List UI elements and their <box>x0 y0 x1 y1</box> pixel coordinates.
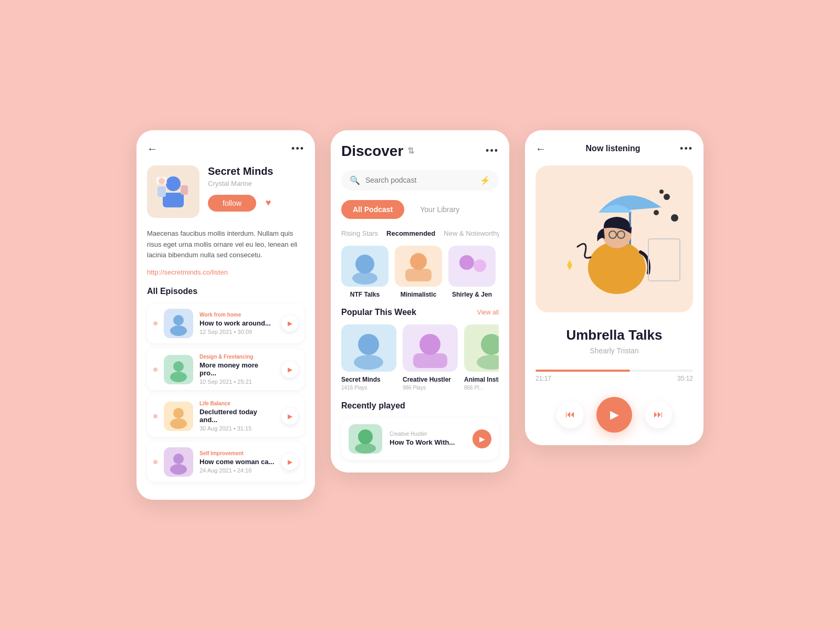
recently-played-category: Creative Hustler <box>390 431 465 437</box>
progress-container: 21:17 35:12 <box>536 370 693 382</box>
episode-item: Work from home How to work around... 12 … <box>147 303 304 343</box>
svg-point-32 <box>659 190 664 194</box>
heart-button[interactable]: ♥ <box>266 197 271 208</box>
rewind-button[interactable]: ⏮ <box>556 401 584 428</box>
svg-point-27 <box>358 429 373 444</box>
episode-category: Self Improvement <box>200 450 275 456</box>
episode-title: More money more pro... <box>200 361 275 377</box>
progress-bar-fill[interactable] <box>536 370 630 372</box>
svg-point-31 <box>671 214 678 222</box>
play-icon: ▶ <box>610 408 619 422</box>
svg-point-12 <box>173 454 184 464</box>
discover-title-text: Discover <box>341 143 403 160</box>
back-button[interactable]: ← <box>536 143 546 155</box>
category-tabs: Rising Stars Recommended New & Noteworth… <box>341 229 499 237</box>
popular-plays: 866 Pl... <box>464 385 499 391</box>
svg-point-28 <box>355 443 376 454</box>
svg-point-19 <box>474 259 486 272</box>
svg-point-0 <box>166 176 181 191</box>
track-author: Shearly Tristan <box>536 346 693 355</box>
svg-point-7 <box>170 326 187 336</box>
now-listening-title: Now listening <box>586 144 640 153</box>
tab-recommended[interactable]: Recommended <box>386 229 435 237</box>
popular-card[interactable]: Secret Minds 1416 Plays <box>341 324 396 391</box>
screen3-header: ← Now listening ••• <box>536 143 693 155</box>
discover-title: Discover ⇅ <box>341 143 414 160</box>
popular-thumb <box>464 324 499 372</box>
forward-icon: ⏭ <box>654 409 663 420</box>
popular-card[interactable]: Animal Insti... 866 Pl... <box>464 324 499 391</box>
episode-dot <box>153 368 158 372</box>
sort-icon[interactable]: ⇅ <box>407 146 414 156</box>
recently-play-button[interactable]: ▶ <box>472 429 491 448</box>
podcast-thumbnail <box>147 165 200 218</box>
episode-category: Design & Freelancing <box>200 354 275 360</box>
podcast-card-thumb <box>448 246 496 287</box>
search-icon: 🔍 <box>350 175 360 185</box>
search-input[interactable] <box>365 176 475 184</box>
episode-thumbnail <box>164 402 193 431</box>
play-pause-button[interactable]: ▶ <box>596 397 632 433</box>
popular-thumb <box>341 324 396 372</box>
tab-bar: All Podcast Your Library <box>341 200 499 219</box>
tab-your-library[interactable]: Your Library <box>408 200 471 219</box>
svg-point-23 <box>419 334 440 355</box>
popular-name: Animal Insti... <box>464 376 499 383</box>
popular-card[interactable]: Creative Hustler 986 Plays <box>403 324 458 391</box>
episode-play-button[interactable]: ▶ <box>281 361 298 378</box>
episode-date: 12 Sep 2021 • 30:09 <box>200 329 275 335</box>
episode-thumbnail <box>164 447 193 477</box>
recently-played-title: How To Work With... <box>390 438 465 446</box>
svg-point-16 <box>410 253 427 270</box>
more-button[interactable]: ••• <box>486 145 499 156</box>
episode-thumbnail <box>164 355 193 384</box>
screens-container: ← ••• Secret Minds Crystal Mar <box>136 130 704 500</box>
more-button[interactable]: ••• <box>291 143 304 154</box>
follow-button[interactable]: follow <box>208 195 256 212</box>
svg-point-21 <box>358 334 379 355</box>
popular-name: Secret Minds <box>341 376 396 383</box>
podcast-title: Secret Minds <box>208 165 304 177</box>
popular-section-header: Popular This Week View all <box>341 308 499 317</box>
tab-rising-stars[interactable]: Rising Stars <box>341 229 378 237</box>
podcast-card[interactable]: Shirley & Jen <box>448 246 496 298</box>
svg-rect-3 <box>181 185 188 195</box>
episode-play-button[interactable]: ▶ <box>281 315 298 332</box>
svg-point-30 <box>654 210 659 215</box>
podcast-link[interactable]: http://secretminds.co/listen <box>147 268 304 276</box>
svg-rect-40 <box>648 239 680 281</box>
podcast-card[interactable]: NTF Talks <box>341 246 388 298</box>
svg-point-34 <box>588 242 646 294</box>
podcast-card-thumb <box>395 246 442 287</box>
svg-rect-24 <box>413 353 447 368</box>
view-all-button[interactable]: View all <box>477 309 499 316</box>
back-button[interactable]: ← <box>147 143 158 155</box>
svg-point-10 <box>173 408 184 418</box>
more-button[interactable]: ••• <box>680 143 693 154</box>
svg-rect-17 <box>405 269 432 281</box>
svg-point-29 <box>664 194 670 200</box>
podcast-hero: Secret Minds Crystal Marine follow ♥ <box>147 165 304 218</box>
total-time: 35:12 <box>677 375 693 382</box>
forward-button[interactable]: ⏭ <box>645 401 672 428</box>
time-labels: 21:17 35:12 <box>536 375 693 382</box>
podcast-card-name: Shirley & Jen <box>448 291 496 298</box>
track-title: Umbrella Talks <box>536 327 693 343</box>
svg-point-15 <box>352 272 377 285</box>
tab-all-podcast[interactable]: All Podcast <box>341 200 404 219</box>
podcast-card-name: NTF Talks <box>341 291 388 298</box>
tab-new-noteworthy[interactable]: New & Noteworthy <box>444 229 499 237</box>
player-controls: ⏮ ▶ ⏭ <box>536 397 693 433</box>
podcast-card[interactable]: Minimalistic <box>395 246 442 298</box>
episode-title: Decluttered today and... <box>200 408 275 424</box>
podcast-card-name: Minimalistic <box>395 291 442 298</box>
artwork-container <box>536 165 693 312</box>
episode-item: Design & Freelancing More money more pro… <box>147 349 304 390</box>
recently-played-item: Creative Hustler How To Work With... ▶ <box>341 418 499 460</box>
svg-point-14 <box>355 255 374 274</box>
episode-date: 10 Sep 2021 • 25:21 <box>200 379 275 385</box>
svg-point-9 <box>170 372 187 382</box>
filter-button[interactable]: ⚡ <box>480 175 490 185</box>
episode-play-button[interactable]: ▶ <box>281 454 298 470</box>
episode-play-button[interactable]: ▶ <box>281 408 298 425</box>
